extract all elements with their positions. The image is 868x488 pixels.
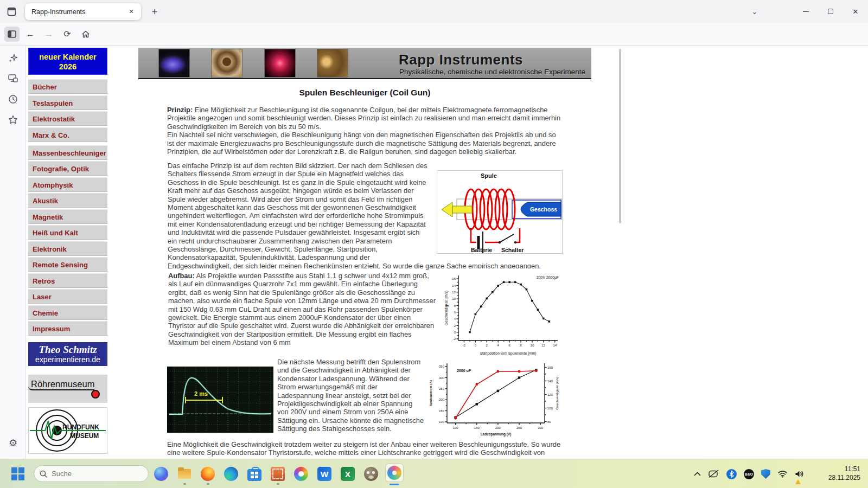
- tab-list-chevron-icon[interactable]: ⌄: [748, 4, 762, 18]
- theo-schmitz-banner[interactable]: Theo Schmitz experimentieren.de: [28, 342, 107, 366]
- volume-icon[interactable]: [795, 470, 804, 478]
- sidebar-item-chemie[interactable]: Chemie: [28, 305, 107, 320]
- taskbar-clock[interactable]: 11:51 28.11.2025: [828, 465, 860, 482]
- wifi-icon[interactable]: [777, 470, 788, 478]
- word-icon[interactable]: W: [317, 467, 332, 481]
- banner-photo-electrodes: [317, 49, 348, 78]
- touchpad-off-icon[interactable]: [708, 470, 719, 478]
- browser-tab[interactable]: Rapp-Instruments ✕: [25, 3, 141, 20]
- sidebar-item-magnetik[interactable]: Magnetik: [28, 209, 107, 224]
- svg-text:2000 uF: 2000 uF: [457, 369, 471, 373]
- site-header-banner: Rapp Instruments Physikalische, chemisch…: [138, 48, 591, 79]
- svg-text:150: 150: [439, 409, 445, 413]
- maximize-button[interactable]: [818, 0, 843, 23]
- svg-text:100: 100: [453, 426, 459, 429]
- svg-text:300: 300: [538, 426, 544, 429]
- taskbar-search[interactable]: [34, 465, 149, 482]
- sidebar-item-bucher[interactable]: Bücher: [28, 79, 107, 94]
- svg-text:200: 200: [439, 398, 445, 401]
- sidebar-item-retros[interactable]: Retros: [28, 273, 107, 288]
- svg-text:8: 8: [454, 304, 456, 307]
- roehrenmuseum-dot: [91, 390, 100, 399]
- start-button[interactable]: [10, 466, 26, 482]
- svg-text:140: 140: [547, 380, 553, 383]
- bluetooth-icon[interactable]: [726, 469, 737, 479]
- svg-text:80: 80: [547, 420, 551, 423]
- excel-icon[interactable]: X: [340, 467, 355, 481]
- microsoft-store-icon[interactable]: [247, 467, 262, 481]
- edge-icon[interactable]: [224, 467, 239, 481]
- movies-tv-icon[interactable]: [270, 467, 285, 481]
- paint-icon[interactable]: [387, 466, 402, 482]
- svg-text:14: 14: [452, 284, 456, 287]
- back-button[interactable]: ←: [23, 27, 38, 42]
- sidebar-item-atomphysik[interactable]: Atomphysik: [28, 177, 107, 192]
- page-scrollbar-thumb[interactable]: [619, 49, 621, 223]
- photos-icon[interactable]: [293, 467, 309, 481]
- svg-text:4: 4: [454, 317, 456, 320]
- diagram-label-schalter: Schalter: [501, 247, 524, 253]
- bookmarks-star-icon[interactable]: [5, 112, 21, 128]
- synced-tabs-icon[interactable]: [5, 70, 21, 87]
- close-button[interactable]: ✕: [843, 0, 868, 23]
- roehrenmuseum-banner[interactable]: Röhrenmuseum: [28, 375, 107, 403]
- prinzip-lead: Prinzip:: [167, 106, 193, 114]
- firefox-icon[interactable]: [200, 467, 215, 481]
- oscilloscope-image: 2 ms: [167, 367, 273, 433]
- aufbau-lead: Aufbau:: [168, 272, 195, 280]
- sidebar-item-remote-sensing[interactable]: Remote Sensing: [28, 257, 107, 272]
- sidebar-item-teslaspulen[interactable]: Teslaspulen: [28, 95, 107, 110]
- article-title: Spulen Beschleuniger (Coil Gun): [165, 88, 564, 98]
- sidebar-item-impressum[interactable]: Impressum: [28, 321, 107, 336]
- chart-ladespannung-figure: 1001502002503001001502002503003508010012…: [427, 358, 561, 437]
- theo-line1: Theo Schmitz: [28, 344, 107, 355]
- file-explorer-icon[interactable]: [177, 467, 192, 481]
- new-tab-button[interactable]: +: [148, 5, 162, 19]
- messung-text: Die nächste Messung betrifft den Spulens…: [277, 358, 425, 437]
- tab-close-icon[interactable]: ✕: [126, 7, 137, 17]
- svg-text:Ladespannung (V): Ladespannung (V): [481, 432, 512, 436]
- roehrenmuseum-label: Röhrenmuseum: [28, 379, 94, 390]
- clock-time: 11:51: [828, 465, 860, 473]
- sidebar-item-hei-und-kalt[interactable]: Heiß und Kalt: [28, 225, 107, 240]
- svg-text:10: 10: [452, 297, 456, 300]
- site-navigation: neuer Kalender 2026 BücherTeslaspulenEle…: [28, 48, 107, 454]
- copilot-icon[interactable]: [154, 467, 169, 481]
- sidebar-item-fotografie-optik[interactable]: Fotografie, Optik: [28, 161, 107, 176]
- svg-text:Startposition vom Spulenende (: Startposition vom Spulenende (mm): [480, 351, 537, 356]
- banner-photo-teslacoil: [158, 49, 190, 78]
- search-input[interactable]: [52, 470, 133, 478]
- sidebar-item-massenbeschleuniger[interactable]: Massenbeschleuniger: [28, 145, 107, 160]
- sidebar-item-marx-co[interactable]: Marx & Co.: [28, 127, 107, 142]
- settings-gear-icon[interactable]: ⚙: [5, 435, 21, 451]
- svg-text:300: 300: [439, 376, 445, 380]
- banner-photo-plasmaball: [264, 49, 296, 78]
- tray-expand-icon[interactable]: [694, 472, 701, 476]
- browser-toolbar: ← → ⟳ www.rapp-instruments.de/index_neu.…: [0, 23, 868, 46]
- svg-text:0: 0: [454, 331, 456, 334]
- bang-olufsen-icon[interactable]: B&O: [744, 469, 754, 479]
- sidebar-item-akustik[interactable]: Akustik: [28, 193, 107, 208]
- defender-warning-triangle: [795, 479, 801, 484]
- home-button[interactable]: [78, 27, 93, 42]
- svg-text:250: 250: [439, 387, 445, 390]
- kalender-banner[interactable]: neuer Kalender 2026: [28, 48, 107, 75]
- sidebar-item-laser[interactable]: Laser: [28, 289, 107, 304]
- minimize-button[interactable]: [793, 0, 818, 23]
- sidebar-toggle-icon[interactable]: [4, 27, 20, 42]
- paragraph-weitere-stufe: Eine Möglichkeit die Geschwindigkeit tro…: [167, 440, 565, 459]
- firefox-view-icon[interactable]: [4, 4, 18, 18]
- defender-alert-icon[interactable]: [761, 469, 770, 479]
- history-clock-icon[interactable]: [5, 91, 21, 107]
- reload-button[interactable]: ⟳: [60, 27, 75, 42]
- sidebar-item-elektrostatik[interactable]: Elektrostatik: [28, 111, 107, 126]
- coilgun-diagram: Spule Geschoss: [437, 170, 563, 254]
- rundfunkmuseum-banner[interactable]: RUNDFUNK MUSEUM: [28, 407, 107, 454]
- svg-text:-2: -2: [453, 337, 456, 341]
- ai-sparkle-icon[interactable]: [5, 50, 21, 66]
- system-tray: B&O: [694, 459, 804, 488]
- sidebar-item-elektronik[interactable]: Elektronik: [28, 241, 107, 256]
- gimp-icon[interactable]: [363, 467, 379, 481]
- aufbau-text: Als Projektile wurden Passstifte aus Sta…: [168, 272, 436, 346]
- paragraph-messung-row: 2 ms Die nächste Messung betrifft den Sp…: [167, 358, 563, 437]
